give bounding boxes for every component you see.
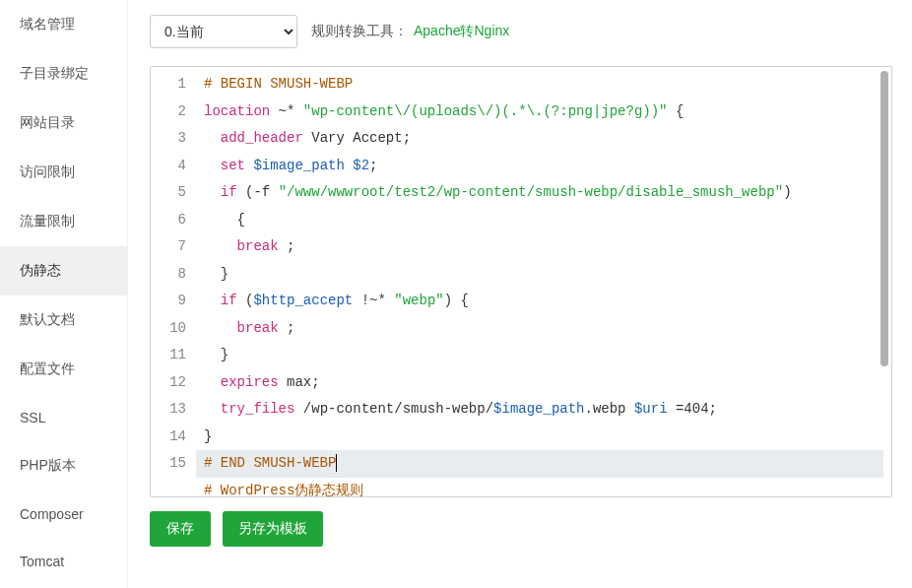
code-line-2[interactable]: location ~* "wp-content\/(uploads\/)(.*\… xyxy=(204,98,883,126)
editor-scrollbar[interactable] xyxy=(880,71,888,366)
sidebar-item-3[interactable]: 访问限制 xyxy=(0,148,127,197)
sidebar-item-5[interactable]: 伪静态 xyxy=(0,246,127,295)
code-line-1[interactable]: # BEGIN SMUSH-WEBP xyxy=(204,71,883,98)
code-line-8[interactable]: if ($http_accept !~* "webp") { xyxy=(204,288,883,315)
code-line-5[interactable]: if (-f "/www/wwwroot/test2/wp-content/sm… xyxy=(204,179,883,207)
code-line-6[interactable]: break ; xyxy=(204,233,883,261)
code-line-9[interactable]: break ; xyxy=(204,315,883,343)
code-line-14[interactable]: # END SMUSH-WEBP xyxy=(196,450,883,478)
sidebar-item-4[interactable]: 流量限制 xyxy=(0,197,127,246)
editor-code[interactable]: # BEGIN SMUSH-WEBPlocation ~* "wp-conten… xyxy=(196,67,891,496)
sidebar-item-9[interactable]: PHP版本 xyxy=(0,441,127,490)
save-button[interactable]: 保存 xyxy=(150,511,211,547)
sidebar-item-2[interactable]: 网站目录 xyxy=(0,98,127,148)
code-line-15[interactable]: # WordPress伪静态规则 xyxy=(204,478,883,497)
code-line-7[interactable]: } xyxy=(204,261,883,289)
code-line-3[interactable]: add_header Vary Accept; xyxy=(204,125,883,153)
sidebar-item-8[interactable]: SSL xyxy=(0,394,127,441)
code-line-13[interactable]: } xyxy=(204,424,883,451)
save-as-template-button[interactable]: 另存为模板 xyxy=(223,511,323,547)
sidebar-item-7[interactable]: 配置文件 xyxy=(0,345,127,394)
sidebar: 域名管理子目录绑定网站目录访问限制流量限制伪静态默认文档配置文件SSLPHP版本… xyxy=(0,0,128,588)
code-editor[interactable]: 123456789101112131415 # BEGIN SMUSH-WEBP… xyxy=(150,66,892,497)
sidebar-item-11[interactable]: Tomcat xyxy=(0,538,127,585)
sidebar-item-10[interactable]: Composer xyxy=(0,490,127,538)
sidebar-item-6[interactable]: 默认文档 xyxy=(0,295,127,345)
app-container: 域名管理子目录绑定网站目录访问限制流量限制伪静态默认文档配置文件SSLPHP版本… xyxy=(0,0,912,588)
code-line-12[interactable]: try_files /wp-content/smush-webp/$image_… xyxy=(204,396,883,424)
apache-to-nginx-link[interactable]: Apache转Nginx xyxy=(414,23,509,40)
sidebar-item-1[interactable]: 子目录绑定 xyxy=(0,49,127,98)
code-line-10[interactable]: } xyxy=(204,342,883,369)
tool-label: 规则转换工具： xyxy=(311,23,408,40)
topbar: 0.当前 规则转换工具： Apache转Nginx xyxy=(150,15,892,48)
rewrite-select[interactable]: 0.当前 xyxy=(150,15,297,48)
button-row: 保存 另存为模板 xyxy=(150,511,892,547)
code-line-5b[interactable]: { xyxy=(204,207,883,234)
code-line-4[interactable]: set $image_path $2; xyxy=(204,153,883,180)
sidebar-item-0[interactable]: 域名管理 xyxy=(0,0,127,49)
editor-gutter: 123456789101112131415 xyxy=(151,67,196,496)
code-line-11[interactable]: expires max; xyxy=(204,369,883,397)
main-panel: 0.当前 规则转换工具： Apache转Nginx 12345678910111… xyxy=(128,0,912,588)
